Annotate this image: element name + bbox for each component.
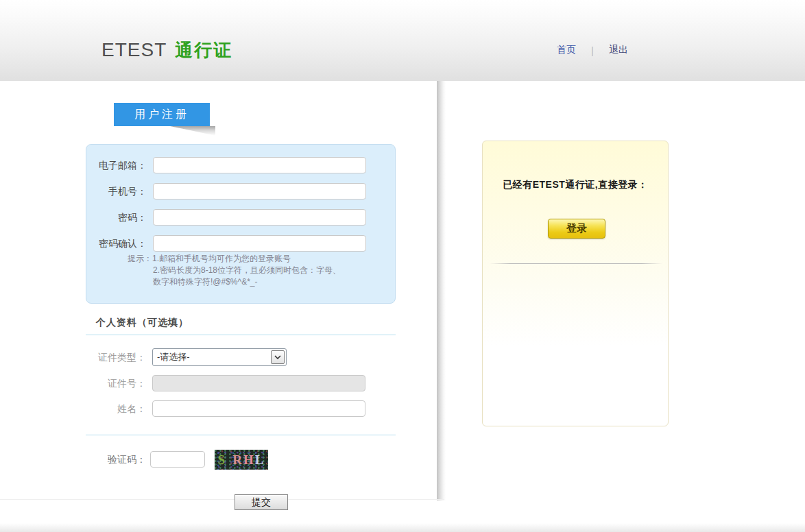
captcha-image[interactable]: S R H L <box>215 450 268 470</box>
nav-separator: | <box>591 45 594 56</box>
password-label: 密码： <box>86 209 147 226</box>
captcha-letter: H <box>243 453 255 466</box>
captcha-letter: S <box>218 453 227 466</box>
login-panel: 已经有ETEST通行证,直接登录： 登录 <box>482 141 669 426</box>
profile-section-title: 个人资料（可选填） <box>96 317 189 329</box>
password-input[interactable] <box>153 209 366 226</box>
tab-fold-decoration <box>170 126 215 136</box>
register-form-panel: 电子邮箱： 手机号： 密码： 密码确认： 提示：1.邮箱和手机号均可作为您的登录… <box>86 144 396 304</box>
id-type-selected-value: -请选择- <box>153 351 271 363</box>
logo-cn-text: 通行证 <box>175 40 232 60</box>
header-nav: 首页 | 退出 <box>557 44 628 56</box>
chevron-down-icon <box>271 350 285 364</box>
email-label: 电子邮箱： <box>86 157 147 173</box>
password-confirm-label: 密码确认： <box>86 235 147 252</box>
name-label: 姓名： <box>86 400 146 417</box>
submit-button[interactable]: 提交 <box>235 494 288 510</box>
page-bottom-fade <box>0 523 805 532</box>
register-hints: 提示：1.邮箱和手机号均可作为您的登录账号 2.密码长度为8-18位字符，且必须… <box>128 253 374 288</box>
login-prompt: 已经有ETEST通行证,直接登录： <box>483 179 668 191</box>
section-divider-bottom <box>86 435 396 435</box>
captcha-input[interactable] <box>150 451 205 468</box>
logo: ETEST通行证 <box>101 38 232 62</box>
tab-user-register: 用户注册 <box>114 103 210 126</box>
captcha-letter: R <box>232 453 243 466</box>
captcha-letter: L <box>255 453 265 466</box>
login-panel-divider <box>490 263 662 264</box>
header: ETEST通行证 首页 | 退出 <box>0 0 805 81</box>
phone-input[interactable] <box>153 183 366 200</box>
content-vertical-divider <box>437 81 446 500</box>
id-type-select[interactable]: -请选择- <box>152 348 287 366</box>
hint-line: 数字和特殊字符!@#$%^&*_- <box>128 276 374 288</box>
id-type-label: 证件类型： <box>86 349 146 365</box>
phone-label: 手机号： <box>86 183 147 200</box>
logo-etest-text: ETEST <box>101 39 167 60</box>
name-input[interactable] <box>152 400 365 417</box>
section-divider-top <box>86 335 396 335</box>
page: ETEST通行证 首页 | 退出 用户注册 电子邮箱： 手机号： 密码： 密码确… <box>0 0 805 532</box>
id-number-input <box>152 375 365 391</box>
nav-logout-link[interactable]: 退出 <box>609 44 628 56</box>
hint-line: 提示：1.邮箱和手机号均可作为您的登录账号 <box>128 253 374 265</box>
password-confirm-input[interactable] <box>153 235 366 252</box>
content-bottom-divider <box>0 499 444 500</box>
login-button[interactable]: 登录 <box>548 219 605 239</box>
hint-line: 2.密码长度为8-18位字符，且必须同时包含：字母、 <box>128 265 374 276</box>
id-number-label: 证件号： <box>86 375 146 391</box>
email-input[interactable] <box>153 157 366 173</box>
nav-home-link[interactable]: 首页 <box>557 44 576 56</box>
captcha-label: 验证码： <box>86 451 146 468</box>
